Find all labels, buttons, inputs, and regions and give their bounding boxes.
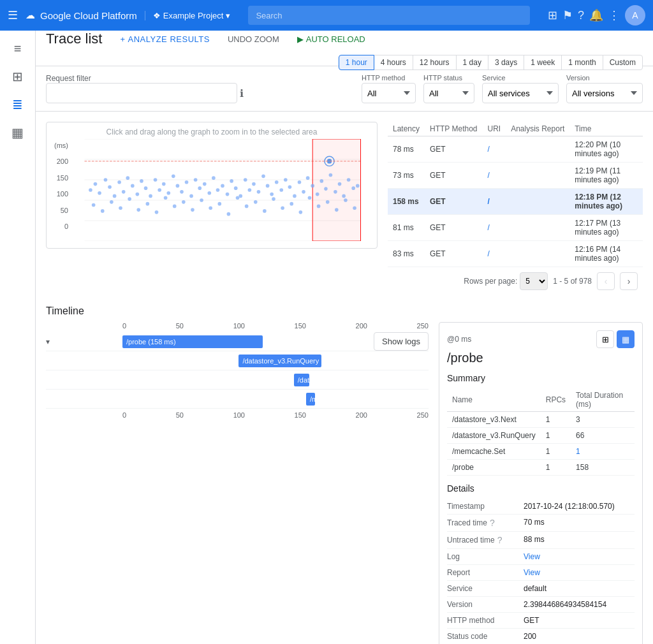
detail-icon-timeline[interactable]: ▦ xyxy=(617,330,635,348)
svg-point-48 xyxy=(275,180,279,184)
chart-plot-area[interactable]: 12:00 18:00 00:00 06:00 12:00 xyxy=(73,139,372,243)
project-selector[interactable]: ❖ Example Project ▾ xyxy=(145,11,231,20)
scale-150: 150 xyxy=(295,322,306,330)
collapse-icon[interactable]: ▾ xyxy=(46,337,50,346)
svg-point-70 xyxy=(119,206,122,210)
summary-row[interactable]: /probe 1 158 xyxy=(447,460,635,476)
sum-rpcs: 1 xyxy=(541,412,571,428)
table-row[interactable]: 83 ms GET / 12:16 PM (14 minutes ago) xyxy=(388,241,643,267)
notification-icon[interactable]: 🔔 xyxy=(589,8,603,22)
table-row[interactable]: 81 ms GET / 12:17 PM (13 minutes ago) xyxy=(388,215,643,241)
chevron-down-icon: ▾ xyxy=(226,11,230,20)
alert-icon[interactable]: ⚑ xyxy=(562,8,573,22)
untraced-time-question-icon[interactable]: ? xyxy=(497,535,503,545)
apps-icon[interactable]: ⊞ xyxy=(548,8,557,22)
row-time: 12:20 PM (10 minutes ago) xyxy=(569,136,643,163)
chart-area[interactable]: Click and drag along the graph to zoom i… xyxy=(46,122,378,249)
row-uri[interactable]: / xyxy=(483,163,506,189)
bscale-250: 250 xyxy=(417,411,429,419)
row-uri[interactable]: / xyxy=(483,215,506,241)
time-1month[interactable]: 1 month xyxy=(561,55,603,70)
time-1week[interactable]: 1 week xyxy=(524,55,562,70)
nav-dashboard[interactable]: ⊞ xyxy=(5,64,31,89)
svg-point-78 xyxy=(191,208,194,212)
row-uri[interactable]: / xyxy=(483,136,506,163)
detail-icons: ⊞ ▦ xyxy=(596,330,635,348)
detail-value-report[interactable]: View xyxy=(524,568,540,577)
timeline-row[interactable]: /datastore_v3.RunQuery (66 ms) xyxy=(46,351,429,370)
rows-per-page-select[interactable]: 5 10 25 xyxy=(520,272,548,290)
runquery-bar[interactable]: /datastore_v3.RunQuery (66 ms) xyxy=(238,355,321,367)
svg-point-57 xyxy=(316,193,319,196)
svg-point-63 xyxy=(342,194,346,198)
next-bar[interactable]: /datastore_v3.Next (3 ms) xyxy=(294,374,309,386)
scale-100: 100 xyxy=(233,322,245,330)
search-bar[interactable] xyxy=(248,6,530,25)
svg-point-55 xyxy=(306,176,310,180)
detail-value-version: 2.398446864934584154 xyxy=(524,600,606,609)
svg-point-85 xyxy=(254,200,258,204)
table-row[interactable]: 158 ms GET / 12:18 PM (12 minutes ago) xyxy=(388,189,643,215)
svg-point-88 xyxy=(281,206,284,210)
col-latency: Latency xyxy=(388,122,425,136)
timeline-row[interactable]: /datastore_v3.Next (3 ms) xyxy=(46,370,429,390)
sum-duration: 1 xyxy=(571,444,635,460)
project-name: Example Project xyxy=(163,11,224,20)
request-filter-input[interactable] xyxy=(46,83,237,103)
timeline-row[interactable]: /memcache.Set (1 ms) xyxy=(46,390,429,409)
detail-row-service: Service default xyxy=(447,581,635,597)
nav-traces[interactable]: ≣ xyxy=(5,92,31,117)
svg-point-43 xyxy=(252,182,256,186)
more-icon[interactable]: ⋮ xyxy=(608,8,620,22)
timeline-row[interactable]: ▾ /probe (158 ms) Show logs xyxy=(46,332,429,351)
table-row[interactable]: 73 ms GET / 12:19 PM (11 minutes ago) xyxy=(388,163,643,189)
info-icon[interactable]: ℹ xyxy=(240,87,244,99)
svg-point-53 xyxy=(298,180,302,184)
time-custom[interactable]: Custom xyxy=(603,55,643,70)
traced-time-question-icon[interactable]: ? xyxy=(490,518,495,528)
service-select[interactable]: All services default xyxy=(482,83,559,103)
version-select[interactable]: All versions xyxy=(566,83,643,103)
detail-icon-grid[interactable]: ⊞ xyxy=(596,330,614,348)
help-icon[interactable]: ? xyxy=(578,9,584,22)
summary-row[interactable]: /datastore_v3.Next 1 3 xyxy=(447,412,635,428)
svg-point-50 xyxy=(284,178,288,182)
summary-row[interactable]: /datastore_v3.RunQuery 1 66 xyxy=(447,428,635,444)
time-3days[interactable]: 3 days xyxy=(488,55,524,70)
http-status-select[interactable]: All 200 404 500 xyxy=(423,83,474,103)
avatar[interactable]: A xyxy=(625,5,645,26)
undo-zoom-button[interactable]: UNDO ZOOM xyxy=(223,32,284,47)
detail-label-version: Version xyxy=(447,600,524,609)
detail-value-log[interactable]: View xyxy=(524,552,540,561)
analyze-results-button[interactable]: + ANALYZE RESULTS xyxy=(115,32,214,47)
detail-row-log: Log View xyxy=(447,549,635,565)
time-1day[interactable]: 1 day xyxy=(456,55,488,70)
hamburger-icon[interactable]: ☰ xyxy=(8,8,18,22)
bscale-0: 0 xyxy=(122,411,126,419)
show-logs-button[interactable]: Show logs xyxy=(374,332,429,351)
probe-bar[interactable]: /probe (158 ms) xyxy=(122,335,263,348)
memcache-bar[interactable]: /memcache.Set (1 ms) xyxy=(306,393,315,406)
prev-page-button[interactable]: ‹ xyxy=(597,272,615,290)
detail-panel-wrapper: @0 ms ⊞ ▦ /probe Summary xyxy=(439,322,643,644)
search-input[interactable] xyxy=(248,6,530,25)
pagination-row: Rows per page: 5 10 25 1 - 5 of 978 ‹ › xyxy=(388,267,643,295)
svg-point-45 xyxy=(261,175,265,179)
auto-reload-button[interactable]: ▶ AUTO RELOAD xyxy=(292,32,371,47)
time-12hours[interactable]: 12 hours xyxy=(413,55,457,70)
http-method-select[interactable]: All GET POST PUT DELETE xyxy=(362,83,416,103)
next-page-button[interactable]: › xyxy=(620,272,638,290)
svg-point-91 xyxy=(308,196,312,200)
nav-analytics[interactable]: ▦ xyxy=(5,120,31,145)
time-4hours[interactable]: 4 hours xyxy=(374,55,413,70)
bar-area: /datastore_v3.Next (3 ms) xyxy=(122,374,429,386)
row-uri[interactable]: / xyxy=(483,189,506,215)
time-1hour[interactable]: 1 hour xyxy=(339,55,374,70)
summary-table: Name RPCs Total Duration (ms) /datastore… xyxy=(447,388,635,476)
detail-value-untraced: 88 ms xyxy=(524,535,545,544)
summary-row[interactable]: /memcache.Set 1 1 xyxy=(447,444,635,460)
row-uri[interactable]: / xyxy=(483,241,506,267)
svg-point-89 xyxy=(290,202,293,206)
table-row[interactable]: 78 ms GET / 12:20 PM (10 minutes ago) xyxy=(388,136,643,163)
nav-home[interactable]: ≡ xyxy=(5,36,31,61)
